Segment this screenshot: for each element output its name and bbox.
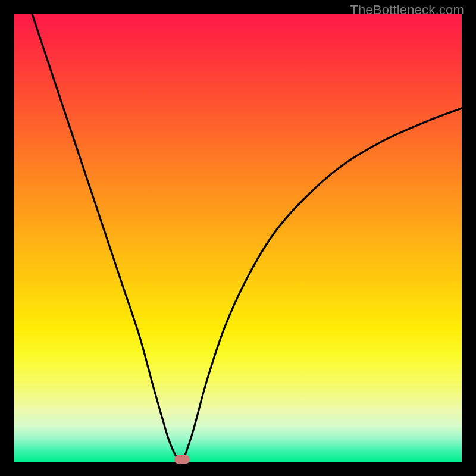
watermark-text: TheBottleneck.com [350, 2, 464, 18]
bottleneck-curve [14, 14, 462, 462]
minimum-marker [174, 455, 190, 464]
chart-frame: TheBottleneck.com [0, 0, 476, 476]
plot-area [14, 14, 462, 462]
